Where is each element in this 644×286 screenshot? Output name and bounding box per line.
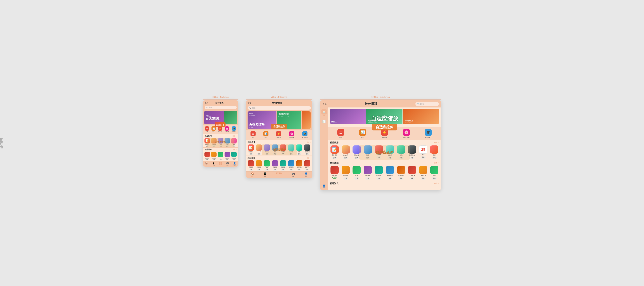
desktop-sidebar-home[interactable]: 🏠 首页 bbox=[321, 109, 327, 117]
desktop-game-icon-7 bbox=[397, 166, 405, 174]
desktop-sidebar-stats-icon: 📊 bbox=[321, 119, 327, 124]
desktop-search-input[interactable]: 🔍 搜索... bbox=[415, 102, 439, 106]
phone-game-icon-5 bbox=[231, 152, 237, 157]
desktop-game-icon-10 bbox=[430, 166, 438, 174]
tablet-frame: 首页 拉伸挪移 🔍 搜索... NIKE 2020新装备 bbox=[246, 100, 312, 178]
tablet-cat-icon-classify: ☰ bbox=[250, 131, 256, 136]
desktop-game-5[interactable]: 点击能量 安装 bbox=[374, 166, 384, 180]
tablet-game-6[interactable]: 神龙对线 安装 bbox=[287, 160, 295, 171]
tablet-category-section: 自适应拉伸 ☰ 分类 📊 排行 ⚡ 快应用 bbox=[246, 130, 312, 140]
phone-game-2[interactable]: 如墨金游 安装 bbox=[211, 152, 217, 160]
tablet-app-7[interactable]: 相拍 安装 bbox=[296, 144, 303, 155]
phone-game-icon-3 bbox=[218, 152, 224, 157]
tablet-search-input[interactable]: 🔍 搜索... bbox=[248, 106, 311, 110]
phone-header-left: 首页 bbox=[205, 102, 208, 104]
tablet-game-icon-5 bbox=[280, 160, 286, 166]
desktop-cat-rank[interactable]: 📊 排行 bbox=[359, 129, 366, 139]
phone-game-1[interactable]: 彩虎藏龙 安装 bbox=[204, 152, 210, 160]
phone-cat-edu[interactable]: 🎓 教育中心 bbox=[232, 126, 236, 133]
tablet-game-7[interactable]: 梦中的你 安装 bbox=[296, 160, 303, 171]
phone-premium-games-header: 精品游戏 更多 > bbox=[203, 147, 238, 151]
tablet-game-4[interactable]: 你的星星 安装 bbox=[271, 160, 279, 171]
desktop-cat-edu[interactable]: 🎓 教育中心 bbox=[425, 129, 432, 139]
tablet-cat-edu[interactable]: 🎓 教育中心 bbox=[302, 131, 308, 139]
desktop-app-icon-1: 📝 bbox=[330, 145, 339, 154]
tablet-apps-container: 自适应延伸 📝 实时笔记 安装 touch下 安装 bbox=[246, 144, 312, 155]
phone-search-input[interactable]: 🔍 搜索... bbox=[205, 106, 237, 109]
tablet-nav-home[interactable]: 🏠 首页 bbox=[251, 172, 254, 177]
desktop-banner-panel-1: NIKE 2020新装备 bbox=[330, 109, 366, 124]
tablet-game-icon-8 bbox=[304, 160, 310, 166]
tablet-cat-icon-edu: 🎓 bbox=[302, 131, 308, 136]
phone-nav-fold[interactable]: 折行挪移 bbox=[219, 162, 222, 166]
phone-nav-games[interactable]: 🎮 游戏 bbox=[226, 162, 229, 166]
desktop-category-section: 自适应拉伸 ☰ 分类 📊 排行 ⚡ bbox=[328, 127, 441, 140]
desktop-game-1[interactable]: 彩虎藏龙 27% bbox=[330, 166, 340, 180]
desktop-sidebar-stats[interactable]: 📊 bbox=[321, 119, 327, 124]
tablet-game-5[interactable]: 点击能量 安装 bbox=[279, 160, 287, 171]
desktop-featured-games-header: 精选游戏 更多 > bbox=[328, 181, 441, 185]
tablet-game-2[interactable]: 如墨金游 安装 bbox=[255, 160, 262, 171]
phone-game-3[interactable]: 萝卜 安装 bbox=[218, 152, 224, 160]
phone-search-icon: 🔍 bbox=[206, 107, 208, 108]
tablet-banner-dots bbox=[250, 127, 253, 128]
phone-nav-profile[interactable]: 👤 我的 bbox=[233, 162, 236, 166]
desktop-game-9[interactable]: 虎虎生威 安装 bbox=[418, 166, 428, 180]
desktop-app-icon-10 bbox=[430, 145, 438, 154]
desktop-app-icon-9: 29 bbox=[419, 145, 427, 154]
phone-game-5[interactable]: 点击能量 安装 bbox=[231, 152, 237, 160]
desktop-app-1[interactable]: 📝 实时笔记 安装 bbox=[330, 145, 340, 159]
phone-cat-rank[interactable]: 📊 排行 bbox=[212, 126, 216, 133]
tablet-nav-profile-icon: 👤 bbox=[304, 172, 308, 175]
tablet-app-8[interactable]: 极速播放 安装 bbox=[304, 144, 311, 155]
tablet-game-3[interactable]: 萝卜 安装 bbox=[263, 160, 270, 171]
desktop-cat-flowers[interactable]: 🌸 小华花圈 bbox=[403, 129, 410, 139]
phone-nav-home[interactable]: 🏠 首页 bbox=[205, 162, 208, 166]
desktop-game-6[interactable]: 神龙对线 安装 bbox=[385, 166, 395, 180]
desktop-premium-apps-section: 精品应用 更多 > 自适应延伸 📝 实时笔记 安装 bbox=[328, 140, 441, 160]
desktop-game-3[interactable]: 萝卜 安装 bbox=[352, 166, 362, 180]
desktop-app-10[interactable]: 实时 安装 bbox=[430, 145, 439, 159]
phone-frame: 首页 拉伸挪移 🔍 搜索... NIKE 2020新装备 自适应缩放 bbox=[203, 100, 238, 167]
tablet-game-8[interactable]: 元素方块 安装 bbox=[304, 160, 311, 171]
phone-nav-profile-icon: 👤 bbox=[233, 162, 236, 164]
desktop-sidebar-profile[interactable]: 👤 bbox=[321, 183, 327, 189]
phone-premium-apps-section: 精品应用 更多 > 自适应延伸 📝 实时笔记 安装 bbox=[203, 134, 238, 147]
desktop-dim-label: 1280vp，12Columns bbox=[320, 96, 441, 100]
phone-cat-flowers[interactable]: 🌸 小华花圈 bbox=[224, 126, 229, 133]
phone-game-4[interactable]: 你的星星 安装 bbox=[224, 152, 230, 160]
phone-cat-classify[interactable]: ☰ 分类 bbox=[205, 126, 209, 133]
tablet-nav-apps[interactable]: 📱 应用 bbox=[263, 172, 267, 177]
desktop-game-icon-9 bbox=[419, 166, 427, 174]
tablet-cat-classify[interactable]: ☰ 分类 bbox=[250, 131, 256, 139]
desktop-game-2[interactable]: 如墨金游 安装 bbox=[341, 166, 350, 180]
desktop-cat-classify[interactable]: ☰ 分类 bbox=[337, 129, 344, 139]
desktop-device-wrapper: 1280vp，12Columns 首页 拉伸挪移 🔍 搜索... 🏠 bbox=[320, 96, 441, 190]
desktop-game-8[interactable]: 元素方块 安装 bbox=[407, 166, 417, 180]
tablet-cat-flowers[interactable]: 🌸 小华花圈 bbox=[289, 131, 294, 139]
tablet-category-row: ☰ 分类 📊 排行 ⚡ 快应用 🌸 小华花圈 bbox=[246, 130, 312, 140]
tablet-app-1[interactable]: 📝 实时笔记 安装 bbox=[247, 144, 254, 155]
desktop-game-4[interactable]: 你的星星 安装 bbox=[363, 166, 373, 180]
tablet-nav-games[interactable]: 🎮 游戏 bbox=[292, 172, 295, 177]
tablet-game-icon-2 bbox=[256, 160, 262, 166]
desktop-game-10[interactable]: 新服 安装 bbox=[430, 166, 439, 180]
tablet-game-1[interactable]: 点虎藏龙 安装 bbox=[247, 160, 254, 171]
desktop-search-icon: 🔍 bbox=[417, 103, 420, 105]
desktop-app-9[interactable]: 29 Date 安装 bbox=[418, 145, 428, 159]
tablet-search-bar: 🔍 搜索... bbox=[246, 106, 312, 111]
tablet-device-wrapper: 720vp，8Columns 首页 拉伸挪移 🔍 搜索... bbox=[246, 96, 312, 178]
desktop-game-7[interactable]: 梦中的你 安装 bbox=[396, 166, 406, 180]
tablet-cat-rank[interactable]: 📊 排行 bbox=[263, 131, 268, 139]
phone-nav-apps-icon: 📱 bbox=[212, 162, 215, 164]
phone-cat-quick[interactable]: 自适应拉伸 ⚡ 快应用 bbox=[218, 126, 222, 133]
desktop-banner: NIKE 2020新装备 开启高光时刻 新学期抢占个人亮点 bbox=[330, 109, 439, 124]
desktop-game-icon-1 bbox=[330, 166, 339, 174]
tablet-bottom-nav: 🏠 首页 📱 应用 折行挪移 🎮 游戏 👤 我的 bbox=[246, 171, 312, 178]
tablet-nav-profile[interactable]: 👤 我的 bbox=[304, 172, 308, 177]
desktop-app-2[interactable]: touch下 安装 bbox=[341, 145, 350, 159]
phone-game-icon-4 bbox=[224, 152, 230, 157]
tablet-nav-fold[interactable]: 折行挪移 bbox=[276, 172, 282, 177]
tablet-cat-quick[interactable]: ⚡ 快应用 bbox=[276, 131, 281, 139]
phone-nav-apps[interactable]: 📱 应用 bbox=[212, 162, 215, 166]
